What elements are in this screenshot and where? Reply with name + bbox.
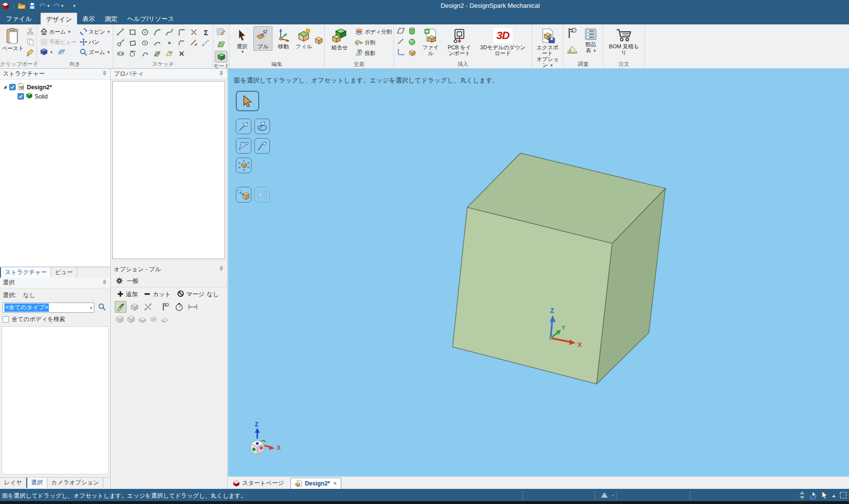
tab-measure[interactable]: 測定 — [100, 13, 122, 24]
insert-file-button[interactable]: ファイル — [420, 26, 441, 58]
sketch-equation-icon[interactable]: Σ — [201, 27, 211, 37]
solid-mode-button[interactable] — [215, 51, 228, 62]
undo-button[interactable]: ▾ — [39, 1, 50, 11]
project-button[interactable]: 投影 — [355, 49, 392, 58]
sketch-tangent-line-icon[interactable] — [115, 38, 126, 48]
gauge-button[interactable] — [173, 301, 185, 313]
sketch-view-button[interactable] — [57, 48, 66, 57]
pin-icon[interactable] — [218, 71, 224, 78]
measure-button[interactable] — [160, 301, 171, 313]
open-file-button[interactable] — [18, 1, 26, 11]
parts-table-dropdown-icon[interactable]: ▾ — [594, 48, 596, 53]
tree-row-design2[interactable]: Design2* — [0, 82, 110, 92]
selection-filter-combobox[interactable]: <全てのタイプ> ▾ — [2, 302, 94, 313]
cut-icon[interactable] — [26, 27, 34, 37]
search-all-bodies-checkbox[interactable] — [2, 316, 9, 323]
zoom-button[interactable]: ズーム▾ — [80, 48, 110, 57]
pull-straight-button[interactable] — [236, 119, 251, 134]
format-painter-icon[interactable] — [26, 49, 34, 58]
sketch-sweep-arc-icon[interactable] — [152, 38, 163, 48]
cursor-select-icon[interactable] — [821, 491, 828, 501]
sketch-tangent-circle-icon[interactable] — [127, 49, 138, 59]
dropdown-caret-icon[interactable] — [831, 493, 836, 500]
measure-caliper-icon[interactable] — [566, 27, 578, 40]
download-3d-button[interactable]: 3D 3Dモデルのダウンロード — [477, 26, 528, 58]
sketch-arc-icon[interactable] — [152, 27, 163, 37]
select-tool-button[interactable]: 選択 ▾ — [232, 26, 252, 56]
insert-sphere-icon[interactable] — [409, 39, 416, 47]
properties-grid[interactable] — [112, 81, 225, 259]
status-warning-indicator[interactable] — [601, 492, 615, 500]
redo-button[interactable]: ▾ — [53, 1, 64, 11]
close-tab-icon[interactable]: × — [333, 480, 337, 487]
pcb-import-button[interactable]: PCB をインポート — [445, 26, 474, 58]
sketch-plane-icon[interactable] — [164, 49, 175, 59]
tab-start-page[interactable]: スタートページ — [229, 478, 288, 489]
sketch-project-icon[interactable] — [152, 49, 163, 59]
tab-design2[interactable]: Design2* × — [290, 478, 341, 489]
replace-face-icon[interactable] — [314, 36, 323, 46]
tree-expander-icon[interactable] — [3, 84, 7, 91]
split-body-button[interactable]: ボディ分割 — [355, 27, 392, 36]
redo-dropdown-icon[interactable]: ▾ — [62, 3, 64, 8]
add-icon[interactable] — [117, 291, 124, 299]
viewport-3d[interactable]: 面を選択してドラッグし、オフセットします。エッジを選択してドラッグし、丸くします… — [228, 69, 849, 489]
select-dropdown-icon[interactable]: ▾ — [242, 49, 244, 54]
pull-both-sides-button[interactable] — [142, 301, 154, 313]
pin-icon[interactable] — [218, 266, 224, 273]
sketch-arc-tangent-icon[interactable] — [140, 49, 150, 59]
paste-button[interactable]: ペースト — [1, 26, 25, 53]
pull-tool-button[interactable]: プル — [253, 26, 273, 51]
pull-draft-button[interactable] — [236, 138, 251, 154]
sketch-three-point-rectangle-icon[interactable] — [127, 38, 138, 48]
sketch-trim-icon[interactable] — [188, 27, 199, 37]
solid-cube-3d[interactable] — [453, 153, 665, 384]
bom-quote-button[interactable]: BOM 見積もり — [605, 26, 642, 57]
insert-line-icon[interactable] — [397, 38, 405, 46]
combine-button[interactable]: 組合せ — [328, 26, 352, 52]
select-mode-button[interactable] — [236, 91, 259, 111]
copy-icon[interactable] — [26, 38, 34, 47]
design2-checkbox[interactable] — [9, 84, 16, 90]
tree-label-design2[interactable]: Design2* — [27, 84, 52, 91]
pin-icon[interactable] — [102, 71, 107, 78]
search-all-bodies-row[interactable]: 全てのボディを検索 — [2, 315, 65, 323]
tab-view[interactable]: 表示 — [77, 13, 100, 24]
quick-access-customize-icon[interactable]: ▾ — [73, 3, 76, 8]
no-merge-icon[interactable] — [177, 290, 184, 299]
insert-axes-icon[interactable] — [397, 49, 405, 57]
tab-camera-options[interactable]: カメラオプション — [47, 478, 104, 488]
insert-cylinder-icon[interactable] — [409, 27, 416, 36]
pull-type-slab-icon[interactable] — [138, 315, 146, 325]
cursor-undo-icon[interactable] — [808, 491, 818, 501]
sketch-delete-icon[interactable] — [176, 49, 187, 59]
pull-type-box-icon[interactable] — [127, 315, 135, 325]
add-label[interactable]: 追加 — [126, 290, 138, 299]
merge-label[interactable]: マージ — [186, 290, 205, 299]
pan-button[interactable]: パン — [80, 38, 110, 46]
ruler-dimension-button[interactable] — [187, 301, 199, 313]
tree-row-solid[interactable]: Solid — [0, 92, 110, 101]
tab-file[interactable]: ファイル — [1, 13, 37, 24]
home-dropdown-icon[interactable]: ▾ — [68, 29, 71, 34]
cut-mode-label[interactable]: カット — [153, 290, 171, 299]
measure-angle-icon[interactable] — [566, 43, 578, 56]
options-general-row[interactable]: 一般 — [111, 276, 227, 287]
pull-face-button[interactable] — [128, 301, 140, 313]
sketch-split-icon[interactable] — [188, 38, 199, 48]
export-options-button[interactable]: エクスポートオプション ▾ — [534, 26, 562, 70]
pull-skip-button[interactable] — [254, 187, 270, 202]
undo-dropdown-icon[interactable]: ▾ — [47, 3, 50, 8]
insert-plane-icon[interactable] — [397, 27, 405, 36]
app-logo-icon[interactable] — [1, 1, 9, 11]
home-view-button[interactable]: ホーム▾ — [40, 27, 77, 36]
export-dropdown-icon[interactable]: ▾ — [550, 63, 553, 68]
sketch-point-icon[interactable] — [164, 38, 175, 48]
split-button[interactable]: 分割 — [355, 38, 392, 47]
tab-structure[interactable]: ストラクチャー — [0, 267, 51, 278]
view-cube-button[interactable] — [40, 48, 48, 57]
selection-box-icon[interactable] — [839, 491, 847, 501]
tab-selection[interactable]: 選択 — [26, 478, 47, 488]
tab-help[interactable]: ヘルプ/リソース — [122, 13, 179, 24]
zoom-dropdown-icon[interactable]: ▾ — [107, 50, 110, 55]
